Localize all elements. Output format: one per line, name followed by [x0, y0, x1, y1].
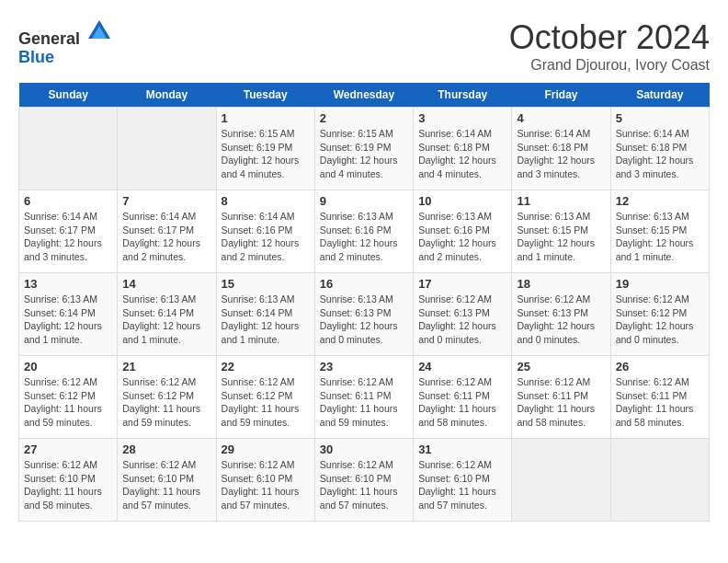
cell-info: Sunrise: 6:13 AM Sunset: 6:13 PM Dayligh… [320, 293, 408, 347]
cell-info: Sunrise: 6:12 AM Sunset: 6:13 PM Dayligh… [418, 293, 506, 347]
calendar-body: 1Sunrise: 6:15 AM Sunset: 6:19 PM Daylig… [19, 108, 710, 522]
calendar-cell: 2Sunrise: 6:15 AM Sunset: 6:19 PM Daylig… [314, 108, 413, 190]
calendar-cell: 4Sunrise: 6:14 AM Sunset: 6:18 PM Daylig… [512, 108, 610, 190]
date-number: 19 [616, 277, 704, 291]
calendar-cell: 11Sunrise: 6:13 AM Sunset: 6:15 PM Dayli… [512, 190, 610, 273]
calendar-cell: 6Sunrise: 6:14 AM Sunset: 6:17 PM Daylig… [19, 190, 118, 273]
calendar-cell: 20Sunrise: 6:12 AM Sunset: 6:12 PM Dayli… [19, 356, 118, 439]
header-saturday: Saturday [610, 83, 709, 108]
cell-info: Sunrise: 6:13 AM Sunset: 6:15 PM Dayligh… [517, 210, 605, 264]
date-number: 4 [517, 111, 605, 125]
calendar-cell: 9Sunrise: 6:13 AM Sunset: 6:16 PM Daylig… [314, 190, 413, 273]
header-thursday: Thursday [414, 83, 512, 108]
date-number: 8 [222, 194, 310, 208]
month-title: October 2024 [509, 18, 710, 57]
cell-info: Sunrise: 6:13 AM Sunset: 6:14 PM Dayligh… [122, 293, 210, 347]
location-title: Grand Djourou, Ivory Coast [509, 57, 710, 74]
cell-info: Sunrise: 6:12 AM Sunset: 6:12 PM Dayligh… [616, 293, 704, 347]
date-number: 7 [122, 194, 210, 208]
cell-info: Sunrise: 6:12 AM Sunset: 6:12 PM Dayligh… [24, 375, 112, 430]
cell-info: Sunrise: 6:12 AM Sunset: 6:10 PM Dayligh… [122, 458, 210, 512]
calendar-cell: 17Sunrise: 6:12 AM Sunset: 6:13 PM Dayli… [414, 273, 512, 356]
cell-info: Sunrise: 6:12 AM Sunset: 6:12 PM Dayligh… [222, 375, 310, 430]
logo-blue-text: Blue [18, 49, 112, 67]
header-friday: Friday [512, 83, 610, 108]
week-row-2: 6Sunrise: 6:14 AM Sunset: 6:17 PM Daylig… [19, 190, 710, 273]
date-number: 26 [616, 360, 704, 373]
cell-info: Sunrise: 6:12 AM Sunset: 6:11 PM Dayligh… [320, 375, 408, 430]
date-number: 20 [24, 360, 112, 373]
week-row-3: 13Sunrise: 6:13 AM Sunset: 6:14 PM Dayli… [19, 273, 710, 356]
calendar-cell: 29Sunrise: 6:12 AM Sunset: 6:10 PM Dayli… [216, 439, 314, 522]
title-section: October 2024 Grand Djourou, Ivory Coast [509, 18, 710, 74]
header-tuesday: Tuesday [216, 83, 314, 108]
date-number: 11 [517, 194, 605, 208]
calendar-cell: 21Sunrise: 6:12 AM Sunset: 6:12 PM Dayli… [118, 356, 216, 439]
cell-info: Sunrise: 6:14 AM Sunset: 6:16 PM Dayligh… [222, 210, 310, 264]
calendar-cell: 12Sunrise: 6:13 AM Sunset: 6:15 PM Dayli… [610, 190, 709, 273]
calendar-cell: 19Sunrise: 6:12 AM Sunset: 6:12 PM Dayli… [610, 273, 709, 356]
date-number: 5 [616, 111, 704, 125]
date-number: 23 [320, 360, 408, 373]
calendar-cell [610, 439, 709, 522]
cell-info: Sunrise: 6:13 AM Sunset: 6:16 PM Dayligh… [320, 210, 408, 264]
date-number: 1 [222, 111, 310, 125]
calendar-cell: 31Sunrise: 6:12 AM Sunset: 6:10 PM Dayli… [414, 439, 512, 522]
cell-info: Sunrise: 6:15 AM Sunset: 6:19 PM Dayligh… [222, 127, 310, 181]
calendar-cell [19, 108, 118, 190]
week-row-1: 1Sunrise: 6:15 AM Sunset: 6:19 PM Daylig… [19, 108, 710, 190]
date-number: 21 [122, 360, 210, 373]
cell-info: Sunrise: 6:13 AM Sunset: 6:15 PM Dayligh… [616, 210, 704, 264]
cell-info: Sunrise: 6:14 AM Sunset: 6:17 PM Dayligh… [24, 210, 112, 264]
date-number: 25 [517, 360, 605, 373]
calendar-cell: 16Sunrise: 6:13 AM Sunset: 6:13 PM Dayli… [314, 273, 413, 356]
cell-info: Sunrise: 6:14 AM Sunset: 6:18 PM Dayligh… [616, 127, 704, 181]
calendar-cell: 14Sunrise: 6:13 AM Sunset: 6:14 PM Dayli… [118, 273, 216, 356]
cell-info: Sunrise: 6:12 AM Sunset: 6:11 PM Dayligh… [418, 375, 506, 430]
calendar-cell: 15Sunrise: 6:13 AM Sunset: 6:14 PM Dayli… [216, 273, 314, 356]
date-number: 10 [418, 194, 506, 208]
calendar-cell: 23Sunrise: 6:12 AM Sunset: 6:11 PM Dayli… [314, 356, 413, 439]
header-monday: Monday [118, 83, 216, 108]
logo: General Blue [18, 18, 112, 67]
calendar-table: Sunday Monday Tuesday Wednesday Thursday… [18, 83, 710, 522]
calendar-cell [512, 439, 610, 522]
header-sunday: Sunday [19, 83, 118, 108]
calendar-cell: 26Sunrise: 6:12 AM Sunset: 6:11 PM Dayli… [610, 356, 709, 439]
logo-icon [86, 18, 112, 44]
calendar-cell: 8Sunrise: 6:14 AM Sunset: 6:16 PM Daylig… [216, 190, 314, 273]
date-number: 15 [222, 277, 310, 291]
date-number: 14 [122, 277, 210, 291]
logo-general: General [18, 29, 80, 48]
date-number: 22 [222, 360, 310, 373]
calendar-cell: 5Sunrise: 6:14 AM Sunset: 6:18 PM Daylig… [610, 108, 709, 190]
cell-info: Sunrise: 6:14 AM Sunset: 6:18 PM Dayligh… [418, 127, 506, 181]
cell-info: Sunrise: 6:13 AM Sunset: 6:14 PM Dayligh… [24, 293, 112, 347]
cell-info: Sunrise: 6:14 AM Sunset: 6:17 PM Dayligh… [122, 210, 210, 264]
cell-info: Sunrise: 6:14 AM Sunset: 6:18 PM Dayligh… [517, 127, 605, 181]
date-number: 12 [616, 194, 704, 208]
calendar-cell: 24Sunrise: 6:12 AM Sunset: 6:11 PM Dayli… [414, 356, 512, 439]
date-number: 28 [122, 442, 210, 456]
cell-info: Sunrise: 6:12 AM Sunset: 6:11 PM Dayligh… [517, 375, 605, 430]
cell-info: Sunrise: 6:13 AM Sunset: 6:16 PM Dayligh… [418, 210, 506, 264]
date-number: 30 [320, 442, 408, 456]
date-number: 6 [24, 194, 112, 208]
calendar-cell: 28Sunrise: 6:12 AM Sunset: 6:10 PM Dayli… [118, 439, 216, 522]
cell-info: Sunrise: 6:12 AM Sunset: 6:10 PM Dayligh… [418, 458, 506, 512]
cell-info: Sunrise: 6:12 AM Sunset: 6:12 PM Dayligh… [122, 375, 210, 430]
calendar-cell: 18Sunrise: 6:12 AM Sunset: 6:13 PM Dayli… [512, 273, 610, 356]
calendar-cell: 7Sunrise: 6:14 AM Sunset: 6:17 PM Daylig… [118, 190, 216, 273]
calendar-cell: 27Sunrise: 6:12 AM Sunset: 6:10 PM Dayli… [19, 439, 118, 522]
date-number: 24 [418, 360, 506, 373]
date-number: 3 [418, 111, 506, 125]
calendar-cell: 22Sunrise: 6:12 AM Sunset: 6:12 PM Dayli… [216, 356, 314, 439]
date-number: 27 [24, 442, 112, 456]
date-number: 16 [320, 277, 408, 291]
date-number: 2 [320, 111, 408, 125]
cell-info: Sunrise: 6:12 AM Sunset: 6:11 PM Dayligh… [616, 375, 704, 430]
calendar-cell: 25Sunrise: 6:12 AM Sunset: 6:11 PM Dayli… [512, 356, 610, 439]
cell-info: Sunrise: 6:12 AM Sunset: 6:10 PM Dayligh… [24, 458, 112, 512]
cell-info: Sunrise: 6:12 AM Sunset: 6:10 PM Dayligh… [320, 458, 408, 512]
calendar-cell: 30Sunrise: 6:12 AM Sunset: 6:10 PM Dayli… [314, 439, 413, 522]
